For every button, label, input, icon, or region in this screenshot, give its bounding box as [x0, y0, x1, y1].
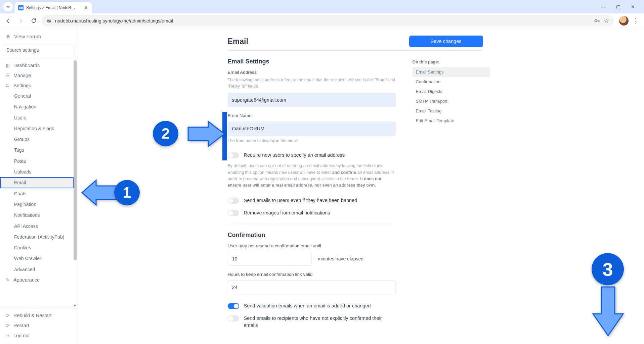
url-bar[interactable]: nodebb.mariushosting.synology.me/admin/s…: [42, 15, 614, 27]
resend-suffix: minutes have elapsed: [318, 256, 363, 261]
nav-reload-icon[interactable]: [29, 16, 38, 26]
require-email-help: By default, users can opt-out of enterin…: [228, 163, 396, 189]
require-email-toggle[interactable]: [228, 152, 239, 158]
on-this-page-title: On this page:: [413, 60, 490, 64]
password-key-icon[interactable]: [594, 17, 600, 24]
sidebar-appearance[interactable]: ✎ Appearance: [0, 275, 74, 285]
browser-toolbar: nodebb.mariushosting.synology.me/admin/s…: [0, 13, 644, 28]
email-address-help: The following email address refers to th…: [228, 77, 396, 90]
sidebar-item-users[interactable]: Users: [0, 112, 74, 123]
svg-point-2: [48, 20, 48, 20]
sidebar-label: Dashboards: [13, 63, 40, 68]
otp-edit-template[interactable]: Edit Email Template: [413, 116, 490, 126]
sidebar-item-reputation[interactable]: Reputation & Flags: [0, 123, 74, 134]
sidebar-item-general[interactable]: General: [0, 91, 74, 101]
sidebar-item-email[interactable]: Email: [0, 177, 74, 188]
kebab-menu-icon[interactable]: ⋮: [633, 17, 639, 24]
sidebar-item-navigation[interactable]: Navigation: [0, 101, 74, 112]
sidebar-rebuild-restart[interactable]: ⟳ Rebuild & Restart: [0, 310, 78, 321]
email-address-input[interactable]: [228, 93, 396, 107]
svg-point-5: [6, 85, 7, 85]
sidebar-item-chats[interactable]: Chats: [0, 188, 74, 199]
svg-point-6: [8, 86, 8, 87]
view-forum-link[interactable]: View Forum: [3, 32, 75, 41]
search-settings-input[interactable]: [3, 44, 75, 56]
from-name-label: From Name: [228, 113, 396, 118]
site-settings-icon[interactable]: [46, 18, 52, 23]
sidebar-item-notifications[interactable]: Notifications: [0, 210, 74, 220]
sidebar-item-api-access[interactable]: API Access: [0, 221, 74, 232]
sidebar-label: Log out: [13, 333, 30, 338]
sidebar-dashboards[interactable]: ◐ Dashboards: [0, 60, 74, 70]
window-close-icon[interactable]: ✕: [629, 4, 637, 9]
otp-smtp-transport[interactable]: SMTP Transport: [413, 96, 490, 106]
otp-email-digests[interactable]: Email Digests: [413, 87, 490, 96]
hours-valid-input[interactable]: [228, 280, 396, 294]
sidebar-item-advanced[interactable]: Advanced: [0, 264, 74, 275]
sidebar-item-web-crawler[interactable]: Web Crawler: [0, 253, 74, 264]
sidebar-label: Rebuild & Restart: [13, 313, 52, 318]
bookmark-star-icon[interactable]: ☆: [604, 17, 609, 24]
window-maximize-icon[interactable]: ▢: [614, 4, 622, 9]
require-email-label: Require new users to specify an email ad…: [244, 152, 345, 159]
svg-point-4: [595, 19, 597, 22]
browser-tab[interactable]: BB Settings > Email | NodeB… ✕: [15, 2, 92, 13]
tab-title: Settings > Email | NodeB…: [26, 5, 81, 10]
from-name-input[interactable]: [228, 121, 396, 136]
sidebar-item-posts[interactable]: Posts: [0, 156, 74, 166]
send-validation-toggle[interactable]: [228, 303, 239, 309]
admin-sidebar: View Forum ▼ ◐ Dashboards ☰ Manage: [0, 28, 78, 344]
refresh-icon: ⟳: [5, 323, 10, 328]
list-icon: ☰: [5, 73, 10, 78]
sidebar-label: Appearance: [13, 277, 40, 283]
home-icon: [5, 34, 11, 39]
sidebar-item-cookies[interactable]: Cookies: [0, 242, 74, 253]
nav-back-icon[interactable]: [3, 16, 13, 26]
otp-confirmation[interactable]: Confirmation: [413, 77, 490, 87]
tab-search-button[interactable]: [3, 2, 13, 11]
tab-close-icon[interactable]: ✕: [83, 5, 89, 10]
otp-email-settings[interactable]: Email Settings: [413, 67, 490, 77]
otp-email-testing[interactable]: Email Testing: [413, 106, 490, 116]
window-minimize-icon[interactable]: —: [599, 4, 608, 9]
remove-images-toggle[interactable]: [228, 210, 239, 216]
sidebar-label: Manage: [13, 73, 31, 78]
profile-avatar[interactable]: [619, 16, 629, 26]
sidebar-manage[interactable]: ☰ Manage: [0, 70, 74, 81]
sidebar-settings[interactable]: Settings: [0, 81, 74, 91]
svg-point-3: [49, 21, 50, 22]
resend-minutes-input[interactable]: [228, 252, 312, 266]
email-address-label: Email Address: [228, 70, 396, 75]
sidebar-item-tags[interactable]: Tags: [0, 145, 74, 155]
scroll-down-arrow-icon[interactable]: ▼: [73, 304, 77, 307]
gauge-icon: ◐: [5, 63, 10, 68]
email-settings-heading: Email Settings: [228, 58, 396, 65]
sidebar-restart[interactable]: ⟳ Restart: [0, 321, 78, 331]
refresh-icon: ⟳: [5, 313, 10, 318]
logout-icon: ↪: [5, 333, 10, 338]
send-unconfirmed-toggle[interactable]: [228, 315, 239, 322]
sidebar-label: Settings: [13, 83, 31, 88]
sidebar-item-uploads[interactable]: Uploads: [0, 166, 74, 177]
page-title: Email: [228, 37, 248, 46]
send-banned-toggle[interactable]: [228, 198, 239, 204]
confirmation-heading: Confirmation: [228, 232, 396, 239]
sidebar-item-federation[interactable]: Federation (ActivityPub): [0, 232, 74, 242]
content-area: Email Save changes Email Settings Email …: [78, 28, 639, 344]
nav-forward-icon[interactable]: [16, 16, 26, 26]
remove-images-label: Remove images from email notifications: [244, 209, 330, 216]
send-validation-label: Send validation emails when an email is …: [244, 302, 371, 309]
send-banned-label: Send emails to users even if they have b…: [244, 197, 357, 204]
from-name-help: The from name to display in the email.: [228, 138, 396, 144]
sliders-icon: [5, 83, 10, 88]
sidebar-scrollbar[interactable]: [74, 60, 77, 260]
resend-label: User may not resend a confirmation email…: [228, 243, 396, 248]
save-changes-button[interactable]: Save changes: [409, 36, 483, 47]
window-controls: — ▢ ✕: [599, 0, 642, 13]
sidebar-logout[interactable]: ↪ Log out: [0, 331, 78, 341]
brush-icon: ✎: [5, 277, 10, 283]
sidebar-label: Restart: [13, 323, 29, 328]
sidebar-item-pagination[interactable]: Pagination: [0, 199, 74, 210]
browser-tabstrip: BB Settings > Email | NodeB… ✕ — ▢ ✕: [0, 0, 644, 13]
sidebar-item-groups[interactable]: Groups: [0, 134, 74, 145]
